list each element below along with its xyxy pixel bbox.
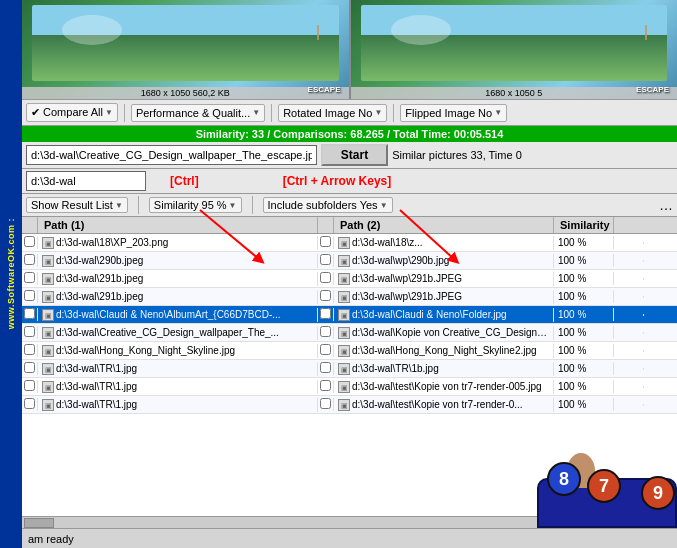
row-checkbox-2-0[interactable]	[318, 236, 334, 249]
row-sim-7: 100 %	[554, 362, 614, 375]
row-checkbox-2-7[interactable]	[318, 362, 334, 375]
performance-label: Performance & Qualit...	[136, 107, 250, 119]
rotated-arrow: ▼	[374, 108, 382, 117]
search-row: [Ctrl] [Ctrl + Arrow Keys]	[22, 169, 677, 194]
more-options-icon[interactable]: …	[659, 197, 673, 213]
row-checkbox-1-4[interactable]	[22, 308, 38, 321]
similarity-button[interactable]: Similarity 95 % ▼	[149, 197, 242, 213]
table-row[interactable]: ▣d:\3d-wal\TR\1.jpg ▣d:\3d-wal\test\Kopi…	[22, 396, 677, 414]
table-row[interactable]: ▣d:\3d-wal\Creative_CG_Design_wallpaper_…	[22, 324, 677, 342]
file-icon2-5: ▣	[338, 327, 350, 339]
subfolders-arrow: ▼	[380, 201, 388, 210]
subfolders-label: Include subfolders Yes	[268, 199, 378, 211]
horizontal-scrollbar[interactable]	[22, 516, 677, 528]
table-row[interactable]: ▣d:\3d-wal\TR\1.jpg ▣d:\3d-wal\TR\1b.jpg…	[22, 360, 677, 378]
table-row[interactable]: ▣d:\3d-wal\290b.jpeg ▣d:\3d-wal\wp\290b.…	[22, 252, 677, 270]
row-checkbox-2-3[interactable]	[318, 290, 334, 303]
row-checkbox-2-9[interactable]	[318, 398, 334, 411]
row-extra-4	[614, 314, 644, 316]
start-button[interactable]: Start	[321, 144, 388, 166]
row-path2-6: ▣d:\3d-wal\Hong_Kong_Night_Skyline2.jpg	[334, 344, 554, 358]
row-checkbox-1-9[interactable]	[22, 398, 38, 411]
row-checkbox-1-1[interactable]	[22, 254, 38, 267]
compare-all-arrow: ▼	[105, 108, 113, 117]
file-icon-9: ▣	[42, 399, 54, 411]
row-checkbox-1-8[interactable]	[22, 380, 38, 393]
performance-button[interactable]: Performance & Qualit... ▼	[131, 104, 265, 122]
toolbar: ✔ Compare All ▼ Performance & Qualit... …	[22, 100, 677, 126]
table-row[interactable]: ▣d:\3d-wal\Claudi & Neno\AlbumArt_{C66D7…	[22, 306, 677, 324]
rotated-image-button[interactable]: Rotated Image No ▼	[278, 104, 387, 122]
file-icon2-7: ▣	[338, 363, 350, 375]
file-icon2-0: ▣	[338, 237, 350, 249]
preview-image-right: 1680 x 1050 5	[351, 0, 678, 99]
row-sim-8: 100 %	[554, 380, 614, 393]
row-checkbox-1-0[interactable]	[22, 236, 38, 249]
row-extra-6	[614, 350, 644, 352]
status-bar: am ready	[22, 528, 677, 548]
options-row: Show Result List ▼ Similarity 95 % ▼ Inc…	[22, 194, 677, 217]
preview-right-label: 1680 x 1050 5	[351, 87, 678, 99]
row-path1-7: ▣d:\3d-wal\TR\1.jpg	[38, 362, 318, 376]
preview-area: 1680 x 1050 560,2 KB 1680 x 1050 5	[22, 0, 677, 100]
row-checkbox-2-4[interactable]	[318, 308, 334, 321]
file-icon2-3: ▣	[338, 291, 350, 303]
flipped-image-label: Flipped Image No	[405, 107, 492, 119]
table-row[interactable]: ▣d:\3d-wal\18\XP_203.png ▣d:\3d-wal\18\z…	[22, 234, 677, 252]
subfolders-button[interactable]: Include subfolders Yes ▼	[263, 197, 393, 213]
path-input[interactable]	[26, 145, 317, 165]
file-icon2-2: ▣	[338, 273, 350, 285]
file-icon-3: ▣	[42, 291, 54, 303]
flipped-arrow: ▼	[494, 108, 502, 117]
search-input[interactable]	[26, 171, 146, 191]
file-icon-8: ▣	[42, 381, 54, 393]
file-icon-2: ▣	[42, 273, 54, 285]
compare-all-label: ✔ Compare All	[31, 106, 103, 119]
path-start-row: Start Similar pictures 33, Time 0	[22, 142, 677, 169]
row-extra-2	[614, 278, 644, 280]
row-path1-4: ▣d:\3d-wal\Claudi & Neno\AlbumArt_{C66D7…	[38, 308, 318, 322]
row-checkbox-2-2[interactable]	[318, 272, 334, 285]
row-checkbox-1-2[interactable]	[22, 272, 38, 285]
row-path1-9: ▣d:\3d-wal\TR\1.jpg	[38, 398, 318, 412]
table-row[interactable]: ▣d:\3d-wal\TR\1.jpg ▣d:\3d-wal\test\Kopi…	[22, 378, 677, 396]
row-checkbox-2-1[interactable]	[318, 254, 334, 267]
row-extra-8	[614, 386, 644, 388]
row-extra-0	[614, 242, 644, 244]
file-icon2-9: ▣	[338, 399, 350, 411]
file-icon-6: ▣	[42, 345, 54, 357]
row-checkbox-2-5[interactable]	[318, 326, 334, 339]
row-checkbox-1-6[interactable]	[22, 344, 38, 357]
table-row[interactable]: ▣d:\3d-wal\291b.jpeg ▣d:\3d-wal\wp\291b.…	[22, 270, 677, 288]
row-path2-4: ▣d:\3d-wal\Claudi & Neno\Folder.jpg	[334, 308, 554, 322]
th-checkbox-1	[22, 217, 38, 233]
row-checkbox-1-5[interactable]	[22, 326, 38, 339]
similarity-bar: Similarity: 33 / Comparisons: 68.265 / T…	[22, 126, 677, 142]
row-path2-5: ▣d:\3d-wal\Kopie von Creative_CG_Design_…	[334, 326, 554, 340]
status-label: Similar pictures 33, Time 0	[392, 149, 673, 161]
row-sim-3: 100 %	[554, 290, 614, 303]
similarity-label: Similarity 95 %	[154, 199, 227, 211]
file-icon-4: ▣	[42, 309, 54, 321]
row-path1-5: ▣d:\3d-wal\Creative_CG_Design_wallpaper_…	[38, 326, 318, 340]
row-extra-3	[614, 296, 644, 298]
row-checkbox-2-6[interactable]	[318, 344, 334, 357]
show-result-button[interactable]: Show Result List ▼	[26, 197, 128, 213]
row-checkbox-1-7[interactable]	[22, 362, 38, 375]
show-result-arrow: ▼	[115, 201, 123, 210]
row-extra-7	[614, 368, 644, 370]
opts-sep-2	[252, 196, 253, 214]
table-row[interactable]: ▣d:\3d-wal\291b.jpeg ▣d:\3d-wal\wp\291b.…	[22, 288, 677, 306]
sidebar-text: www.SoftwareOK.com :	[6, 218, 16, 329]
flipped-image-button[interactable]: Flipped Image No ▼	[400, 104, 507, 122]
compare-all-button[interactable]: ✔ Compare All ▼	[26, 103, 118, 122]
preview-left-label: 1680 x 1050 560,2 KB	[22, 87, 349, 99]
row-checkbox-1-3[interactable]	[22, 290, 38, 303]
row-path2-9: ▣d:\3d-wal\test\Kopie von tr7-render-0..…	[334, 398, 554, 412]
file-icon2-4: ▣	[338, 309, 350, 321]
main-content: 1680 x 1050 560,2 KB 1680 x 1050 5 ✔ Com…	[22, 0, 677, 548]
row-checkbox-2-8[interactable]	[318, 380, 334, 393]
table-row[interactable]: ▣d:\3d-wal\Hong_Kong_Night_Skyline.jpg ▣…	[22, 342, 677, 360]
row-path2-0: ▣d:\3d-wal\18\z...	[334, 236, 554, 250]
scrollbar-thumb[interactable]	[24, 518, 54, 528]
